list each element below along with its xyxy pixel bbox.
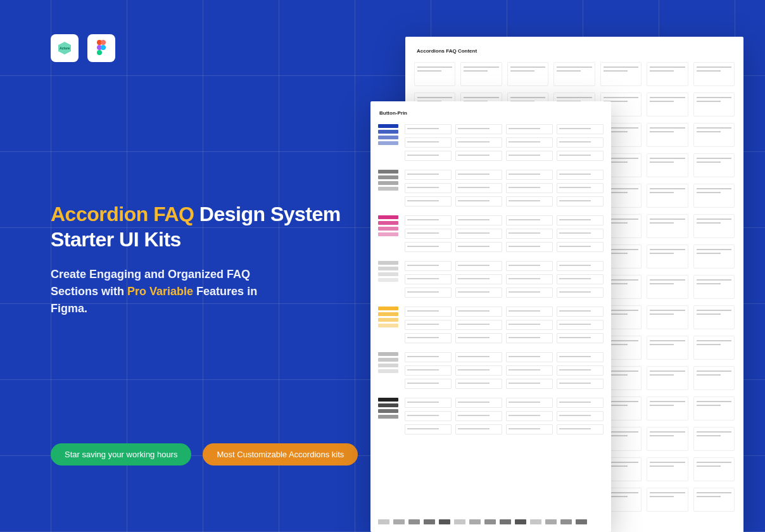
mockup-cell bbox=[460, 62, 502, 86]
pill-orange[interactable]: Most Customizable Accordions kits bbox=[203, 443, 358, 466]
color-swatch bbox=[378, 398, 398, 402]
mockup-item bbox=[506, 242, 553, 252]
mockup-row bbox=[405, 274, 604, 284]
mockup-cell bbox=[693, 305, 735, 329]
mockup-item bbox=[405, 320, 452, 330]
mockup-item bbox=[506, 424, 553, 434]
mockup-section bbox=[378, 352, 604, 389]
mockup-item bbox=[405, 215, 452, 225]
color-swatch bbox=[378, 307, 398, 310]
svg-point-6 bbox=[97, 50, 102, 55]
mockup-rows bbox=[405, 124, 604, 161]
mockup-item bbox=[506, 365, 553, 376]
mockup-item bbox=[405, 424, 452, 434]
mockup-cell bbox=[600, 62, 642, 86]
mockup-item bbox=[405, 183, 452, 193]
mockup-cell bbox=[647, 275, 688, 299]
mockup-item bbox=[557, 288, 604, 298]
mockup-cell bbox=[693, 366, 735, 390]
mockup-item bbox=[557, 365, 604, 376]
mockup-item bbox=[455, 365, 502, 376]
mockup-item bbox=[557, 320, 604, 330]
color-swatch bbox=[378, 318, 398, 322]
mockup-section bbox=[378, 261, 604, 298]
mockup-cell bbox=[693, 184, 735, 208]
mockup-item bbox=[557, 137, 604, 148]
mockup-cell bbox=[647, 184, 688, 208]
mockup-item bbox=[506, 261, 553, 271]
color-swatch bbox=[378, 324, 398, 327]
mockup-cell bbox=[693, 92, 735, 117]
mockup-item bbox=[557, 196, 604, 206]
mockup-item bbox=[557, 170, 604, 180]
mockup-cell bbox=[693, 244, 735, 269]
color-swatch bbox=[378, 364, 398, 367]
mockup-item bbox=[455, 261, 502, 271]
svg-point-5 bbox=[101, 45, 106, 50]
color-swatch bbox=[378, 403, 398, 407]
mockup-front-footer bbox=[378, 519, 604, 524]
mockup-cell bbox=[647, 123, 688, 147]
mockup-item bbox=[506, 124, 553, 134]
mockup-item bbox=[405, 352, 452, 362]
mockup-item bbox=[405, 137, 452, 148]
mockup-rows bbox=[405, 215, 604, 252]
mockup-item bbox=[405, 196, 452, 206]
mockup-button bbox=[530, 519, 541, 524]
logo-row: Acture bbox=[51, 34, 115, 62]
color-swatch bbox=[378, 170, 398, 174]
mockup-cell bbox=[693, 123, 735, 147]
mockup-item bbox=[506, 307, 553, 317]
mockup-item bbox=[506, 288, 553, 298]
mockup-cell bbox=[647, 366, 688, 390]
mockup-item bbox=[506, 352, 553, 362]
mockup-item bbox=[405, 242, 452, 252]
color-swatch bbox=[378, 278, 398, 282]
mockup-item bbox=[405, 365, 452, 376]
mockup-item bbox=[455, 124, 502, 134]
mockup-cell bbox=[693, 62, 735, 86]
pill-green[interactable]: Star saving your working hours bbox=[51, 443, 191, 466]
mockup-item bbox=[455, 137, 502, 148]
mockup-row bbox=[405, 196, 604, 206]
mockup-item bbox=[405, 411, 452, 421]
mockup-button bbox=[500, 519, 511, 524]
mockup-item bbox=[455, 196, 502, 206]
mockup-item bbox=[506, 215, 553, 225]
mockup-row bbox=[405, 242, 604, 252]
mockup-item bbox=[557, 229, 604, 239]
mockup-button bbox=[424, 519, 435, 524]
mockup-cell bbox=[647, 244, 688, 269]
mockup-cell bbox=[414, 62, 455, 86]
mockup-rows bbox=[405, 261, 604, 298]
swatch-column bbox=[378, 307, 398, 343]
mockup-item bbox=[455, 242, 502, 252]
mockup-row bbox=[405, 379, 604, 389]
mockup-button bbox=[378, 519, 389, 524]
mockup-item bbox=[455, 398, 502, 408]
page-subtitle: Create Engaging and Organized FAQ Sectio… bbox=[51, 266, 279, 317]
color-swatch bbox=[378, 221, 398, 225]
color-swatch bbox=[378, 232, 398, 236]
mockup-row bbox=[405, 424, 604, 434]
mockup-item bbox=[557, 151, 604, 161]
mockup-item bbox=[405, 333, 452, 343]
mockup-row bbox=[405, 365, 604, 376]
mockup-cell bbox=[693, 275, 735, 299]
mockup-item bbox=[405, 124, 452, 134]
mockup-item bbox=[405, 151, 452, 161]
swatch-column bbox=[378, 215, 398, 252]
mockup-cell bbox=[647, 62, 688, 86]
mockup-section bbox=[378, 215, 604, 252]
color-swatch bbox=[378, 124, 398, 128]
mockup-item bbox=[405, 288, 452, 298]
mockup-item bbox=[557, 352, 604, 362]
subtitle-accent: Pro Variable bbox=[127, 285, 193, 298]
color-swatch bbox=[378, 409, 398, 413]
mockup-item bbox=[506, 379, 553, 389]
mockup-item bbox=[506, 151, 553, 161]
mockup-button bbox=[576, 519, 587, 524]
mockup-button bbox=[454, 519, 465, 524]
mockup-section bbox=[378, 170, 604, 206]
mockup-item bbox=[405, 274, 452, 284]
